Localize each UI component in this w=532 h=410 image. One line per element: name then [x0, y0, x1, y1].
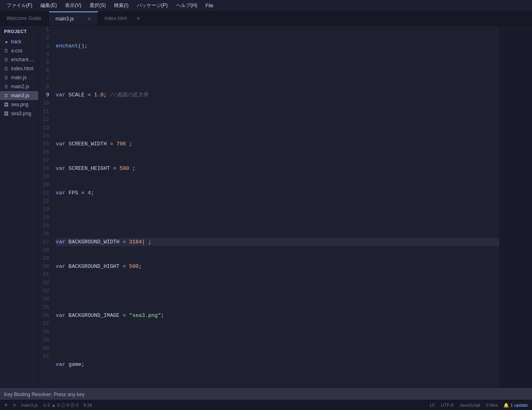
- sidebar: Project ◂ back 🗋 a.css 🗋 enchant.min. 🗋 …: [0, 26, 39, 388]
- minimap: [499, 26, 532, 388]
- line-7: var FPS = 4;: [56, 189, 499, 197]
- keybinding-text: Key Binding Resolver: Press any key:: [4, 392, 86, 397]
- menu-file[interactable]: ファイル(F): [3, 1, 36, 10]
- tab-close-indexhtml[interactable]: ×: [137, 16, 140, 21]
- tabbar: Welcome Guide main3.js × index.html ×: [0, 11, 532, 26]
- statusbar: + × main3.js ⊙ 0 ▲ 0 ⓘ 0 ⓗ 0 9:28 LF UTF…: [0, 400, 532, 410]
- line-5: var SCREEN_WIDTH = 796 ;: [56, 140, 499, 148]
- menu-search[interactable]: 検索(I): [111, 1, 131, 10]
- line-13: [56, 336, 499, 344]
- menu-file-en[interactable]: File: [202, 2, 216, 9]
- line-12: var BACKGROUND_IMAGE = "sea3.png";: [56, 312, 499, 320]
- sidebar-item-seapng[interactable]: 🖼 sea.png: [0, 100, 38, 109]
- line-9: var BACKGROUND_WIDTH = 3184| ;: [56, 238, 499, 246]
- tab-welcome-guide[interactable]: Welcome Guide: [0, 11, 49, 25]
- line-8: [56, 214, 499, 222]
- line-2: [56, 67, 499, 75]
- statusbar-right: LF UTF-8 JavaScript 0 files 🔔 1 update: [430, 403, 528, 408]
- sidebar-label-seapng: sea.png: [11, 102, 29, 107]
- sidebar-item-main2js[interactable]: 🗋 main2.js: [0, 82, 38, 91]
- sidebar-item-acss[interactable]: 🗋 a.css: [0, 46, 38, 55]
- back-icon: ◂: [3, 39, 9, 45]
- file-icon-seapng: 🖼: [3, 102, 9, 107]
- sidebar-item-main3js[interactable]: 🗋 main3.js: [0, 91, 38, 100]
- sidebar-label-acss: a.css: [11, 48, 22, 53]
- file-icon-indexhtml: 🗋: [3, 66, 9, 71]
- toolbar-add-btn[interactable]: +: [4, 401, 8, 409]
- file-icon-acss: 🗋: [3, 48, 9, 53]
- tab-index-html[interactable]: index.html ×: [98, 11, 147, 25]
- tab-close-main3js[interactable]: ×: [88, 16, 91, 22]
- menu-edit[interactable]: 編集(E): [37, 1, 60, 10]
- statusbar-update[interactable]: 🔔 1 update: [503, 403, 528, 408]
- main-layout: Project ◂ back 🗋 a.css 🗋 enchant.min. 🗋 …: [0, 26, 532, 388]
- statusbar-files: 0 files: [486, 403, 498, 408]
- file-icon-enchantmin: 🗋: [3, 57, 9, 62]
- tab-main3js[interactable]: main3.js ×: [49, 11, 98, 25]
- keybinding-bar: Key Binding Resolver: Press any key:: [0, 388, 532, 400]
- line-1: enchant();: [56, 42, 499, 50]
- sidebar-label-main3js: main3.js: [11, 93, 29, 98]
- sidebar-back-label: back: [11, 39, 21, 45]
- sidebar-label-mainjs: main.js: [11, 75, 27, 80]
- menu-view[interactable]: 表示(V): [62, 1, 85, 10]
- sidebar-item-enchantmin[interactable]: 🗋 enchant.min.: [0, 55, 38, 64]
- line-numbers: 1 2 3 4 5 6 7 8 9 10 11 12 13 14 15 16 1…: [39, 26, 54, 388]
- statusbar-charset: UTF-8: [441, 403, 454, 408]
- file-icon-main3js: 🗋: [3, 93, 9, 98]
- file-icon-sea3png: 🖼: [3, 111, 9, 116]
- sidebar-item-indexhtml[interactable]: 🗋 index.html: [0, 64, 38, 73]
- menubar: ファイル(F) 編集(E) 表示(V) 選択(S) 検索(I) パッケージ(P)…: [0, 0, 532, 11]
- statusbar-filename: main3.js: [21, 403, 38, 408]
- toolbar-close-btn[interactable]: ×: [13, 402, 16, 408]
- sidebar-label-sea3png: sea3.png: [11, 111, 31, 116]
- sidebar-item-back[interactable]: ◂ back: [0, 37, 38, 46]
- statusbar-time: 9:28: [83, 403, 92, 408]
- tab-label-welcome: Welcome Guide: [7, 16, 41, 21]
- sidebar-header: Project: [0, 26, 38, 37]
- tab-label-indexhtml: index.html: [105, 16, 127, 21]
- line-10: var BACKGROUND_HIGHT = 500;: [56, 263, 499, 271]
- menu-select[interactable]: 選択(S): [86, 1, 109, 10]
- sidebar-label-enchantmin: enchant.min.: [11, 57, 35, 62]
- sidebar-label-main2js: main2.js: [11, 84, 29, 89]
- menu-package[interactable]: パッケージ(P): [134, 1, 171, 10]
- editor-area[interactable]: 1 2 3 4 5 6 7 8 9 10 11 12 13 14 15 16 1…: [39, 26, 499, 388]
- line-15: [56, 385, 499, 388]
- line-3: var SCALE = 1.0; //画面の拡大率: [56, 91, 499, 99]
- statusbar-language: JavaScript: [459, 403, 480, 408]
- file-icon-mainjs: 🗋: [3, 75, 9, 80]
- line-11: [56, 287, 499, 295]
- sidebar-label-indexhtml: index.html: [11, 66, 33, 71]
- line-6: var SCREEN_HEIGHT = 500 ;: [56, 165, 499, 173]
- file-icon-main2js: 🗋: [3, 84, 9, 89]
- menu-help[interactable]: ヘルプ(H): [173, 1, 201, 10]
- sidebar-item-sea3png[interactable]: 🖼 sea3.png: [0, 109, 38, 118]
- statusbar-errors: ⊙ 0 ▲ 0 ⓘ 0 ⓗ 0: [43, 402, 79, 408]
- code-content[interactable]: enchant(); var SCALE = 1.0; //画面の拡大率 var…: [54, 26, 499, 388]
- code-container[interactable]: 1 2 3 4 5 6 7 8 9 10 11 12 13 14 15 16 1…: [39, 26, 499, 388]
- line-14: var game;: [56, 361, 499, 369]
- sidebar-item-mainjs[interactable]: 🗋 main.js: [0, 73, 38, 82]
- line-4: [56, 116, 499, 124]
- tab-label-main3js: main3.js: [56, 16, 74, 22]
- statusbar-left: + × main3.js ⊙ 0 ▲ 0 ⓘ 0 ⓗ 0 9:28: [4, 401, 92, 409]
- statusbar-encoding: LF: [430, 403, 435, 408]
